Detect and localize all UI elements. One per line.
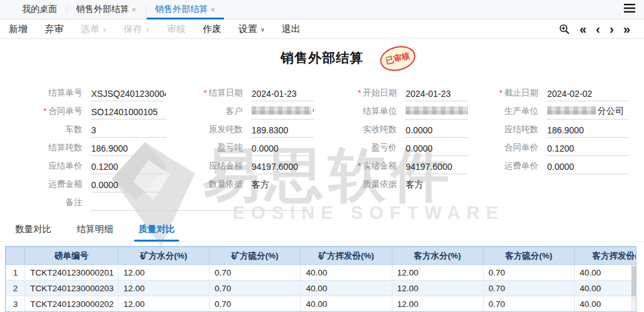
field-value[interactable]: 客方 <box>251 179 314 192</box>
toolbar-button-1[interactable]: 弃审 <box>45 23 64 35</box>
scrollbar-thumb[interactable] <box>631 266 636 296</box>
table-cell: 40.00 <box>574 296 636 312</box>
field-value[interactable]: 0.0000 <box>405 125 468 138</box>
chevron-down-icon: ∨ <box>146 26 150 33</box>
field-value[interactable]: 186.9000 <box>547 125 629 138</box>
required-marker: * <box>358 161 361 170</box>
field-label: *实结金额 <box>339 160 405 174</box>
field-value[interactable]: 客方 <box>405 179 468 192</box>
field-label-text: 开始日期 <box>363 88 397 98</box>
field-value[interactable]: 3 <box>91 125 166 138</box>
field-value[interactable]: 94197.6000 <box>405 162 468 174</box>
table-cell: 12.00 <box>118 265 209 281</box>
field-label: 生产单位 <box>493 106 547 120</box>
toolbar-button-label: 新增 <box>9 23 28 34</box>
table-cell: 12.00 <box>392 265 483 281</box>
field-value[interactable]: 2024-01-23 <box>251 89 314 101</box>
field-label-text: 结算单号 <box>48 88 82 98</box>
table-row[interactable]: 2TCKT240123000020312.000.7040.0012.000.7… <box>6 281 637 296</box>
field-label: 实收吨数 <box>339 124 405 138</box>
field-label: 客户 <box>191 106 251 120</box>
field-label-text: 应结吨数 <box>504 125 538 134</box>
field-value[interactable] <box>91 200 308 211</box>
field-value[interactable]: 集团 <box>405 106 468 120</box>
field-label-text: 原发吨数 <box>209 125 243 134</box>
toolbar-button-7[interactable]: 退出 <box>282 23 301 35</box>
first-page-icon[interactable]: « <box>579 23 586 35</box>
field-label: 数量依据 <box>191 179 251 192</box>
toolbar-button-0[interactable]: 新增 <box>9 23 28 35</box>
table-cell: TCKT2401230000202 <box>25 296 118 312</box>
field-value[interactable]: 94197.6000 <box>251 162 314 174</box>
tab-2-active[interactable]: 销售外部结算× <box>146 0 225 19</box>
table-vertical-scrollbar[interactable] <box>631 265 636 311</box>
field-label: 结算单位 <box>339 106 405 120</box>
table-header-cell: 磅单编号 <box>25 247 118 265</box>
table-header-cell: 客方硫分(%) <box>483 247 574 265</box>
redacted-text-block <box>547 106 596 114</box>
toolbar: 新增弃审选单∨保存∨审核作废设置∨退出 « ‹ › » <box>0 20 644 39</box>
field-value[interactable]: 钢钒 <box>251 106 314 120</box>
tab-label: 销售外部结算 <box>76 4 129 15</box>
chevron-down-icon: ∨ <box>260 26 265 33</box>
tab-1[interactable]: 销售外部结算× <box>67 0 146 19</box>
row-number-cell: 3 <box>6 296 25 312</box>
field-value[interactable]: 0.1200 <box>91 162 166 174</box>
field-value-text: 钢钒 <box>313 106 314 116</box>
required-marker: * <box>358 88 361 98</box>
field-label-text: 合同单号 <box>48 106 82 116</box>
field-label-text: 备注 <box>65 198 82 207</box>
field-value[interactable]: 0.0000 <box>91 180 166 192</box>
quality-compare-table-wrap: 磅单编号矿方水分(%)矿方硫分(%)矿方挥发份(%)客方水分(%)客方硫分(%)… <box>5 246 636 312</box>
table-header-cell: 客方水分(%) <box>392 247 483 265</box>
field-value[interactable]: SO12401000105 <box>91 107 166 120</box>
field-value[interactable]: 2024-01-23 <box>405 89 468 101</box>
field-label-text: 盈亏吨 <box>218 143 243 152</box>
menu-icon[interactable] <box>624 4 635 15</box>
table-cell: 12.00 <box>118 296 209 312</box>
field-value[interactable]: 189.8300 <box>251 125 314 138</box>
field-value-text: 分公司 <box>597 106 624 116</box>
tab-0[interactable]: 我的桌面 <box>13 0 67 19</box>
tab-close-icon[interactable]: × <box>131 5 136 14</box>
field-label: 应结金额 <box>191 160 251 174</box>
quality-compare-table: 磅单编号矿方水分(%)矿方硫分(%)矿方挥发份(%)客方水分(%)客方硫分(%)… <box>6 247 636 312</box>
field-value[interactable]: XSJSQ2401230004 <box>91 89 166 101</box>
table-cell: TCKT2401230000201 <box>25 265 118 281</box>
table-row[interactable]: 3TCKT240123000020212.000.7040.0012.000.7… <box>6 296 637 312</box>
field-value[interactable]: 0.1200 <box>547 143 629 156</box>
tab-bar: 我的桌面销售外部结算×销售外部结算× <box>0 0 644 20</box>
table-cell: 40.00 <box>301 296 392 312</box>
detail-tab-2-active[interactable]: 质量对比 <box>138 223 175 235</box>
table-cell: 0.70 <box>483 265 574 281</box>
detail-tab-0[interactable]: 数量对比 <box>15 223 52 235</box>
field-value[interactable]: 0.0000 <box>547 162 629 174</box>
toolbar-button-5[interactable]: 作废 <box>203 23 221 35</box>
table-header-cell: 矿方挥发份(%) <box>301 247 392 265</box>
table-row[interactable]: 1TCKT240123000020112.000.7040.0012.000.7… <box>6 265 637 281</box>
last-page-icon[interactable]: » <box>623 23 630 35</box>
zoom-in-icon[interactable] <box>559 24 570 35</box>
table-header-cell: 客方挥发份(%) <box>574 247 636 265</box>
field-label-text: 生产单位 <box>504 106 538 116</box>
toolbar-button-label: 退出 <box>282 23 301 34</box>
toolbar-button-6[interactable]: 设置∨ <box>238 23 265 35</box>
field-value[interactable]: 2024-02-02 <box>547 89 629 101</box>
field-label: 结算吨数 <box>9 142 91 156</box>
tab-close-icon[interactable]: × <box>211 5 216 14</box>
table-cell: 0.70 <box>483 281 574 296</box>
field-label-text: 结算单位 <box>363 106 397 116</box>
row-number-cell: 2 <box>6 281 25 296</box>
detail-tab-1[interactable]: 结算明细 <box>77 223 113 235</box>
prev-page-icon[interactable]: ‹ <box>596 23 601 35</box>
table-cell: 40.00 <box>574 281 636 296</box>
field-value[interactable]: 0.0000 <box>251 143 314 156</box>
row-number-cell: 1 <box>6 265 25 281</box>
next-page-icon[interactable]: › <box>609 23 614 35</box>
field-label-text: 盈亏价 <box>372 143 397 152</box>
field-value[interactable]: 分公司 <box>547 106 629 120</box>
field-label-text: 数量依据 <box>209 179 243 189</box>
table-cell: 12.00 <box>392 281 483 296</box>
field-value[interactable]: 186.9000 <box>91 143 166 156</box>
field-value[interactable]: 0.0000 <box>405 143 468 156</box>
